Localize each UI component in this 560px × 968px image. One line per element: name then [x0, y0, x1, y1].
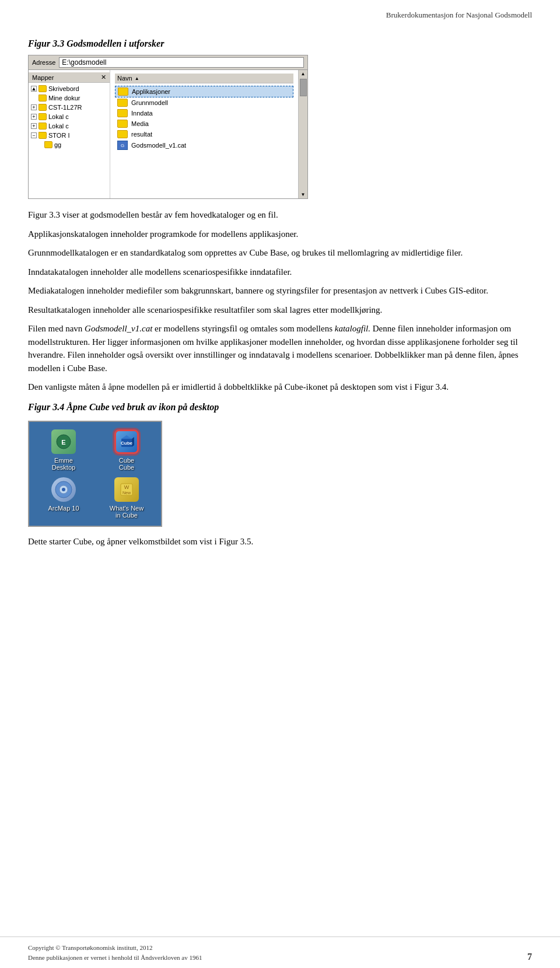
scrollbar[interactable]: ▲ ▼ — [298, 70, 307, 198]
address-input[interactable]: E:\godsmodell — [59, 57, 304, 68]
folder-icon — [117, 120, 128, 128]
paragraph-applikasjoner: Applikasjonskatalogen inneholder program… — [28, 228, 532, 241]
expand-icon: ▲ — [31, 86, 37, 92]
folder-icon — [38, 85, 47, 92]
emme-svg: E — [55, 434, 72, 450]
file-label: Godsmodell_v1.cat — [131, 142, 186, 149]
file-label: resultat — [131, 131, 152, 138]
main-content: Figur 3.3 Godsmodellen i utforsker Adres… — [0, 25, 560, 600]
folder-icon — [38, 132, 47, 139]
paragraph-media: Mediakatalogen inneholder mediefiler som… — [28, 284, 532, 298]
tree-item-skrivebord[interactable]: ▲ Skrivebord — [29, 84, 110, 93]
svg-text:Cube: Cube — [121, 441, 133, 446]
file-label: Grunnmodell — [131, 99, 168, 106]
cube-icon: Cube — [114, 429, 139, 454]
sort-arrow-icon: ▲ — [135, 76, 139, 81]
col-navn-label: Navn — [117, 75, 132, 82]
explorer-left-panel: Mapper ✕ ▲ Skrivebord Mine dokur + CST-1… — [29, 70, 110, 198]
figure1-caption: Figur 3.3 viser at godsmodellen består a… — [28, 208, 532, 222]
file-resultat[interactable]: resultat — [115, 129, 293, 139]
expand-icon: + — [31, 104, 37, 110]
address-label: Adresse — [32, 59, 55, 66]
cube-label: Cube Cube — [119, 457, 134, 471]
emme-label: Emme Desktop — [52, 457, 75, 471]
footer-page-number: 7 — [527, 952, 532, 962]
tree-item-lokal2[interactable]: + Lokal c — [29, 121, 110, 131]
header-title: Brukerdokumentasjon for Nasjonal Godsmod… — [386, 11, 532, 19]
folder-icon — [117, 99, 128, 107]
left-panel-header: Mapper ✕ — [29, 72, 110, 83]
tree-item-stor[interactable]: − STOR I — [29, 131, 110, 140]
file-grunnmodell[interactable]: Grunnmodell — [115, 97, 293, 108]
cat-file-icon: G — [117, 141, 128, 150]
p6-mid1: er modellens styringsfil og omtales som … — [152, 324, 334, 333]
whatsnew-desktop-icon[interactable]: W New What's New in Cube — [98, 477, 155, 519]
mapper-label: Mapper — [32, 74, 54, 81]
folder-icon — [117, 109, 128, 117]
tree-label: Lokal c — [48, 123, 69, 130]
whatsnew-label: What's New in Cube — [110, 505, 144, 519]
folder-icon — [38, 123, 47, 130]
tree-label: Mine dokur — [48, 95, 80, 102]
tree-item-lokal1[interactable]: + Lokal c — [29, 112, 110, 121]
footer-left: Copyright © Transportøkonomisk institutt… — [28, 943, 202, 962]
tree-item-cst[interactable]: + CST-1L27R — [29, 103, 110, 112]
explorer-main: Mapper ✕ ▲ Skrivebord Mine dokur + CST-1… — [29, 70, 307, 198]
footer-rights: Denne publikasjonen er vernet i henhold … — [28, 953, 202, 963]
expand-icon: − — [31, 132, 37, 138]
folder-icon — [117, 130, 128, 138]
folder-icon — [118, 88, 128, 96]
tree-label: Skrivebord — [48, 85, 79, 92]
file-applikasjoner[interactable]: Applikasjoner — [115, 86, 293, 97]
cube-icon-image: Cube — [114, 429, 139, 455]
scroll-thumb[interactable] — [300, 79, 307, 96]
column-header: Navn ▲ — [115, 74, 293, 83]
tree-item-minedok[interactable]: Mine dokur — [29, 93, 110, 103]
emme-icon: E — [51, 429, 76, 454]
emme-desktop-icon[interactable]: E Emme Desktop — [35, 429, 92, 471]
arcmap-svg — [54, 480, 73, 499]
figure2-title: Figur 3.4 Åpne Cube ved bruk av ikon på … — [28, 402, 532, 413]
file-label: Media — [131, 120, 149, 127]
tree-item-gg[interactable]: gg — [29, 140, 110, 149]
file-godsmodell-cat[interactable]: G Godsmodell_v1.cat — [115, 139, 293, 151]
file-label: Applikasjoner — [132, 88, 170, 95]
whatsnew-icon-image: W New — [114, 477, 139, 502]
paragraph-cube-icon: Den vanligste måten å åpne modellen på e… — [28, 380, 532, 394]
scroll-down-icon[interactable]: ▼ — [300, 191, 307, 198]
emme-icon-image: E — [51, 429, 76, 455]
file-inndata[interactable]: Inndata — [115, 108, 293, 118]
explorer-right-panel: Navn ▲ Applikasjoner Grunnmodell Inndata — [110, 70, 298, 198]
svg-text:E: E — [61, 439, 65, 446]
expand-icon: + — [31, 123, 37, 129]
folder-icon — [38, 113, 47, 120]
file-media[interactable]: Media — [115, 118, 293, 129]
paragraph-grunnmodell: Grunnmodellkatalogen er en standardkatal… — [28, 246, 532, 260]
cube-svg: Cube — [119, 434, 134, 449]
paragraph-resultat: Resultatkatalogen inneholder alle scenar… — [28, 303, 532, 317]
desktop-area: E Emme Desktop Cube — [28, 421, 162, 527]
tree-label: Lokal c — [48, 113, 69, 120]
svg-marker-3 — [121, 435, 132, 439]
cube-desktop-icon[interactable]: Cube Cube Cube — [98, 429, 155, 471]
p6-start: Filen med navn — [28, 324, 85, 333]
close-icon: ✕ — [101, 74, 106, 81]
page-header: Brukerdokumentasjon for Nasjonal Godsmod… — [0, 0, 560, 25]
folder-icon — [38, 104, 47, 111]
svg-text:New: New — [123, 491, 131, 495]
page-footer: Copyright © Transportøkonomisk institutt… — [0, 936, 560, 968]
svg-text:W: W — [124, 484, 130, 490]
figure1-title: Figur 3.3 Godsmodellen i utforsker — [28, 39, 532, 49]
arcmap-label: ArcMap 10 — [48, 505, 79, 512]
footer-copyright: Copyright © Transportøkonomisk institutt… — [28, 943, 202, 953]
tree-label: CST-1L27R — [48, 104, 82, 111]
arcmap-desktop-icon[interactable]: ArcMap 10 — [35, 477, 92, 519]
explorer-screenshot: Adresse E:\godsmodell Mapper ✕ ▲ Skriveb… — [28, 55, 308, 199]
p6-italic: Godsmodell_v1.cat — [85, 324, 152, 333]
svg-point-8 — [62, 488, 65, 491]
file-label: Inndata — [131, 110, 153, 117]
folder-icon — [44, 141, 52, 148]
paragraph-inndata: Inndatakatalogen inneholder alle modelle… — [28, 265, 532, 279]
tree-label: STOR I — [48, 132, 69, 139]
scroll-up-icon[interactable]: ▲ — [300, 70, 307, 78]
